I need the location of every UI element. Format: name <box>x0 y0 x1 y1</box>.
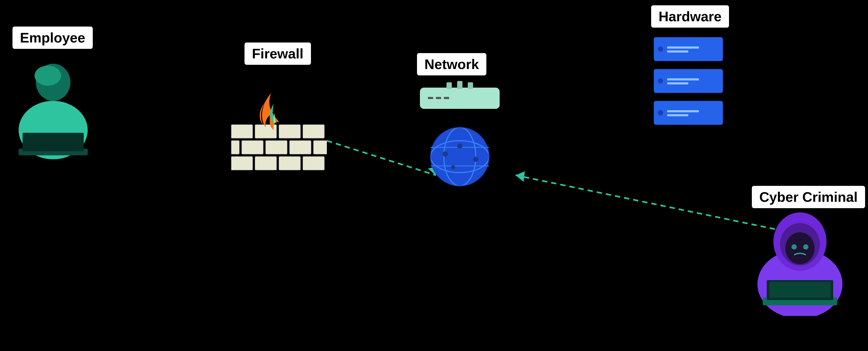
cybercriminal-figure <box>749 210 850 316</box>
network-label: Network <box>417 53 486 75</box>
svg-point-55 <box>792 244 797 250</box>
svg-rect-24 <box>436 97 441 99</box>
employee-figure <box>8 61 98 178</box>
svg-rect-45 <box>667 78 699 80</box>
hardware-label: Hardware <box>651 5 729 28</box>
svg-rect-18 <box>231 156 252 170</box>
svg-point-44 <box>658 78 663 84</box>
svg-rect-20 <box>279 156 300 170</box>
svg-rect-59 <box>769 282 831 298</box>
svg-line-2 <box>516 175 784 231</box>
hardware-figure <box>649 35 728 133</box>
svg-rect-43 <box>654 69 723 93</box>
svg-rect-11 <box>279 125 300 138</box>
svg-rect-15 <box>290 141 311 154</box>
firewall-label: Firewall <box>245 42 311 65</box>
svg-rect-47 <box>654 101 723 125</box>
svg-marker-3 <box>516 171 525 182</box>
svg-rect-26 <box>446 82 452 89</box>
svg-rect-21 <box>303 156 324 170</box>
svg-rect-28 <box>468 82 473 89</box>
cybercriminal-label: Cyber Criminal <box>752 186 865 208</box>
svg-point-54 <box>785 232 814 264</box>
network-figure <box>404 77 516 191</box>
svg-point-56 <box>803 244 808 250</box>
svg-rect-25 <box>444 97 449 99</box>
svg-rect-13 <box>242 141 263 154</box>
svg-rect-16 <box>314 141 327 154</box>
svg-rect-9 <box>231 125 252 138</box>
employee-label: Employee <box>12 27 93 49</box>
svg-point-36 <box>457 143 462 149</box>
svg-point-48 <box>658 110 663 115</box>
svg-rect-17 <box>231 141 239 154</box>
svg-point-5 <box>35 66 61 86</box>
svg-rect-49 <box>667 110 699 112</box>
svg-point-35 <box>442 151 448 156</box>
svg-rect-27 <box>457 81 462 89</box>
svg-rect-14 <box>266 141 287 154</box>
svg-point-40 <box>658 46 663 52</box>
svg-rect-8 <box>23 133 84 151</box>
svg-rect-12 <box>303 125 324 138</box>
svg-rect-41 <box>667 46 699 48</box>
svg-rect-42 <box>667 50 688 52</box>
svg-rect-23 <box>428 97 433 99</box>
svg-rect-19 <box>255 156 276 170</box>
svg-rect-46 <box>667 82 688 84</box>
svg-rect-39 <box>654 37 723 61</box>
svg-point-38 <box>451 165 455 169</box>
svg-rect-50 <box>667 114 688 116</box>
firewall-figure <box>231 72 327 178</box>
svg-point-37 <box>473 156 478 162</box>
